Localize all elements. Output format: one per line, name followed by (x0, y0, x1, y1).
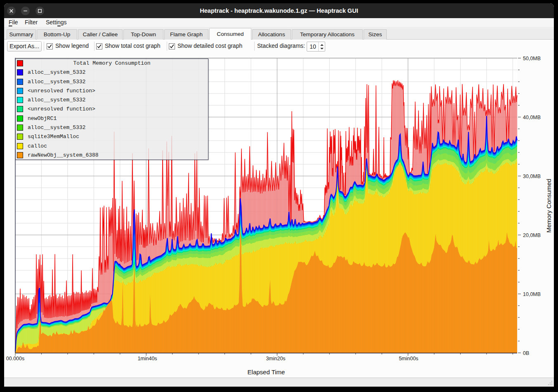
svg-text:20,0MB: 20,0MB (523, 232, 541, 238)
svg-text:0B: 0B (523, 350, 529, 356)
svg-text:Memory Consumed: Memory Consumed (545, 179, 552, 233)
svg-text:Elapsed Time: Elapsed Time (248, 369, 285, 376)
svg-text:40,0MB: 40,0MB (523, 115, 541, 120)
svg-text:00.000s: 00.000s (6, 356, 24, 361)
svg-text:30,0MB: 30,0MB (523, 174, 541, 179)
svg-text:50,0MB: 50,0MB (523, 56, 541, 61)
svg-text:3min20s: 3min20s (266, 356, 285, 361)
svg-text:5min00s: 5min00s (399, 356, 418, 361)
svg-text:1min40s: 1min40s (137, 356, 157, 361)
svg-text:10,0MB: 10,0MB (523, 291, 541, 297)
